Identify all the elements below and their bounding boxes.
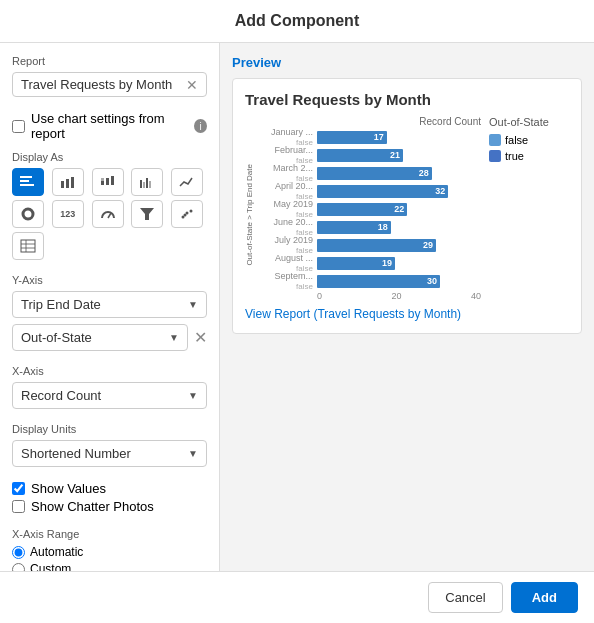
add-button[interactable]: Add bbox=[511, 582, 578, 613]
bar-fill: 32 bbox=[317, 185, 448, 198]
display-btn-stacked-bar[interactable] bbox=[92, 168, 124, 196]
y-axis-2-select[interactable]: Out-of-State ▼ bbox=[12, 324, 188, 351]
y-axis-1-arrow-icon: ▼ bbox=[188, 299, 198, 310]
use-chart-checkbox[interactable] bbox=[12, 120, 25, 133]
bar-value-label: 22 bbox=[394, 204, 404, 214]
bar-fill: 21 bbox=[317, 149, 403, 162]
chart-area: Record Count Out-of-State > Trip End Dat… bbox=[245, 116, 569, 321]
svg-point-20 bbox=[184, 214, 187, 217]
bar-row: May 2019false22 bbox=[261, 201, 481, 217]
radio-custom[interactable] bbox=[12, 563, 25, 572]
display-as-section: Display As bbox=[12, 151, 207, 260]
bar-value-label: 19 bbox=[382, 258, 392, 268]
bar-chart-area: January ...false17Februar...false21March… bbox=[261, 129, 481, 301]
svg-point-19 bbox=[190, 210, 193, 213]
svg-rect-2 bbox=[20, 184, 34, 186]
bar-value-label: 21 bbox=[390, 150, 400, 160]
x-axis-range-label: X-Axis Range bbox=[12, 528, 207, 540]
y-axis-2-arrow-icon: ▼ bbox=[169, 332, 179, 343]
dialog-title: Add Component bbox=[0, 0, 594, 43]
y-axis-group-label: Out-of-State > Trip End Date bbox=[245, 129, 261, 301]
view-report-link[interactable]: View Report (Travel Requests by Month) bbox=[245, 307, 481, 321]
display-units-arrow-icon: ▼ bbox=[188, 448, 198, 459]
tick-0: 0 bbox=[317, 291, 322, 301]
svg-rect-21 bbox=[21, 240, 35, 252]
show-chatter-label: Show Chatter Photos bbox=[31, 499, 154, 514]
x-axis-arrow-icon: ▼ bbox=[188, 390, 198, 401]
display-btn-donut[interactable] bbox=[12, 200, 44, 228]
display-btn-funnel[interactable] bbox=[131, 200, 163, 228]
use-chart-label: Use chart settings from report bbox=[31, 111, 188, 141]
tick-20: 20 bbox=[391, 291, 401, 301]
bar-fill: 17 bbox=[317, 131, 387, 144]
options-section: Show Values Show Chatter Photos bbox=[12, 481, 207, 514]
svg-rect-12 bbox=[146, 178, 148, 188]
bar-label: August ...false bbox=[261, 253, 313, 273]
radio-automatic[interactable] bbox=[12, 546, 25, 559]
right-panel: Preview Travel Requests by Month Record … bbox=[220, 43, 594, 571]
bar-row: April 20...false32 bbox=[261, 183, 481, 199]
chart-main: Record Count Out-of-State > Trip End Dat… bbox=[245, 116, 481, 321]
display-units-label: Display Units bbox=[12, 423, 207, 435]
legend-color-false bbox=[489, 134, 501, 146]
display-btn-line[interactable] bbox=[171, 168, 203, 196]
info-icon[interactable]: i bbox=[194, 119, 207, 133]
bar-wrap: 18 bbox=[317, 221, 481, 234]
show-chatter-row: Show Chatter Photos bbox=[12, 499, 207, 514]
y-axis-label: Y-Axis bbox=[12, 274, 207, 286]
legend-label-false: false bbox=[505, 134, 528, 146]
display-as-label: Display As bbox=[12, 151, 207, 163]
cancel-button[interactable]: Cancel bbox=[428, 582, 502, 613]
svg-point-14 bbox=[23, 209, 33, 219]
svg-marker-16 bbox=[140, 208, 154, 220]
bar-wrap: 17 bbox=[317, 131, 481, 144]
y-axis-2-value: Out-of-State bbox=[21, 330, 165, 345]
svg-rect-6 bbox=[101, 181, 104, 185]
x-axis-label: X-Axis bbox=[12, 365, 207, 377]
svg-rect-3 bbox=[61, 181, 64, 188]
report-label: Report bbox=[12, 55, 207, 67]
bar-row: Septem...false30 bbox=[261, 273, 481, 289]
display-btn-scatter[interactable] bbox=[171, 200, 203, 228]
bar-row: March 2...false28 bbox=[261, 165, 481, 181]
y-axis-2-row: Out-of-State ▼ ✕ bbox=[12, 324, 207, 351]
x-axis-select[interactable]: Record Count ▼ bbox=[12, 382, 207, 409]
display-type-grid-3 bbox=[12, 232, 207, 260]
report-clear-icon[interactable]: ✕ bbox=[186, 78, 198, 92]
bar-label: July 2019false bbox=[261, 235, 313, 255]
x-axis-value: Record Count bbox=[21, 388, 184, 403]
bar-label: March 2...false bbox=[261, 163, 313, 183]
bar-wrap: 28 bbox=[317, 167, 481, 180]
report-input[interactable]: Travel Requests by Month ✕ bbox=[12, 72, 207, 97]
svg-line-15 bbox=[108, 213, 111, 218]
chart-container: Travel Requests by Month Record Count Ou… bbox=[232, 78, 582, 334]
display-units-section: Display Units Shortened Number ▼ bbox=[12, 423, 207, 467]
legend-title: Out-of-State bbox=[489, 116, 569, 128]
y-axis-1-select[interactable]: Trip End Date ▼ bbox=[12, 291, 207, 318]
display-units-value: Shortened Number bbox=[21, 446, 184, 461]
bar-label: Septem...false bbox=[261, 271, 313, 291]
display-btn-gauge[interactable] bbox=[92, 200, 124, 228]
show-values-checkbox[interactable] bbox=[12, 482, 25, 495]
bar-fill: 29 bbox=[317, 239, 436, 252]
display-units-select[interactable]: Shortened Number ▼ bbox=[12, 440, 207, 467]
svg-rect-8 bbox=[106, 178, 109, 185]
display-btn-vertical-bar[interactable] bbox=[52, 168, 84, 196]
bar-row: Februar...false21 bbox=[261, 147, 481, 163]
svg-rect-11 bbox=[143, 182, 145, 188]
svg-rect-4 bbox=[66, 179, 69, 188]
y-axis-2-remove-icon[interactable]: ✕ bbox=[194, 330, 207, 346]
radio-automatic-label: Automatic bbox=[30, 545, 83, 559]
display-btn-number[interactable]: 123 bbox=[52, 200, 84, 228]
radio-custom-row: Custom bbox=[12, 562, 207, 571]
display-btn-horizontal-bar[interactable] bbox=[12, 168, 44, 196]
bar-wrap: 29 bbox=[317, 239, 481, 252]
bar-label: January ...false bbox=[261, 127, 313, 147]
svg-rect-9 bbox=[111, 176, 114, 185]
display-btn-table[interactable] bbox=[12, 232, 44, 260]
svg-rect-1 bbox=[20, 180, 29, 182]
bar-wrap: 22 bbox=[317, 203, 481, 216]
legend-item-false: false bbox=[489, 134, 569, 146]
display-btn-grouped-bar[interactable] bbox=[131, 168, 163, 196]
show-chatter-checkbox[interactable] bbox=[12, 500, 25, 513]
